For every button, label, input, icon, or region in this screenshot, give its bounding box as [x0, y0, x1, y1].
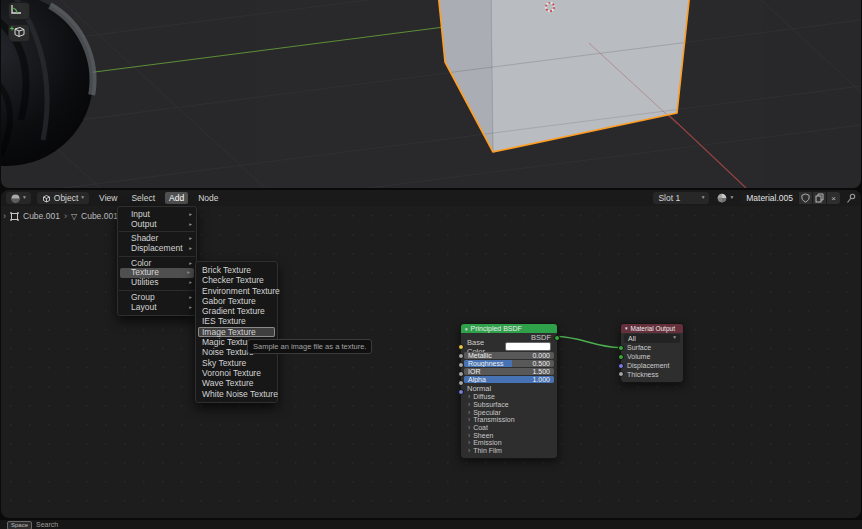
collapse-arrow-icon[interactable]: ▾: [625, 325, 628, 331]
socket-alpha[interactable]: [458, 380, 464, 386]
menu-item-label: Input: [131, 209, 150, 219]
object-icon: [10, 212, 19, 221]
panel-coat[interactable]: ›Coat: [461, 424, 557, 432]
socket-ior[interactable]: [458, 371, 464, 377]
panel-arrow-icon: ›: [468, 393, 470, 400]
normal-label: Normal: [467, 384, 491, 393]
blender-window: ▾ Object ▾ View Select Add Node Slot 1 ▾: [0, 0, 862, 529]
menu-item-white-noise-texture[interactable]: White Noise Texture: [196, 389, 277, 399]
menu-item-gabor-texture[interactable]: Gabor Texture: [196, 296, 277, 306]
node-title: Material Output: [631, 325, 675, 332]
menu-item-wave-texture[interactable]: Wave Texture: [196, 378, 277, 388]
slider-value: 0.000: [532, 352, 550, 359]
alpha-slider[interactable]: Alpha 1.000: [464, 376, 554, 383]
menu-item-output[interactable]: Output▸: [118, 220, 196, 230]
submenu-arrow-icon: ▸: [189, 303, 192, 313]
menu-select[interactable]: Select: [127, 192, 159, 204]
chevron-down-icon: ▾: [81, 195, 84, 201]
menu-item-environment-texture[interactable]: Environment Texture: [196, 286, 277, 296]
slider-value: 1.000: [532, 376, 550, 383]
input-label: Volume: [627, 353, 650, 360]
panel-label: Thin Film: [473, 447, 502, 454]
submenu-arrow-icon: ▸: [189, 244, 192, 254]
viewport-3d[interactable]: [1, 0, 861, 188]
menu-item-gradient-texture[interactable]: Gradient Texture: [196, 306, 277, 316]
add-cube-icon: [9, 25, 25, 38]
menu-separator: [119, 290, 195, 291]
add-menu: Input▸ Output▸ Shader▸ Displacement▸ Col…: [117, 206, 197, 316]
panel-subsurface[interactable]: ›Subsurface: [461, 401, 557, 409]
shader-type-dropdown[interactable]: Object ▾: [37, 192, 89, 204]
menu-item-label: Output: [131, 219, 157, 229]
output-target-dropdown[interactable]: All ▾: [624, 334, 680, 343]
fake-user-button[interactable]: [799, 192, 812, 204]
collapse-arrow-icon[interactable]: ▾: [465, 326, 468, 332]
measure-icon: [9, 3, 23, 16]
sidebar-toggle-arrow-icon[interactable]: ›: [3, 211, 6, 221]
ior-slider[interactable]: IOR 1.500: [464, 368, 554, 375]
panel-label: Subsurface: [473, 401, 508, 408]
menu-add[interactable]: Add: [165, 192, 188, 204]
menu-item-label: Texture: [131, 267, 159, 277]
menu-item-image-texture[interactable]: Image Texture: [198, 327, 275, 337]
menu-view[interactable]: View: [95, 192, 121, 204]
panel-thin-film[interactable]: ›Thin Film: [461, 447, 557, 458]
roughness-slider[interactable]: Roughness 0.500: [464, 360, 554, 367]
menu-node[interactable]: Node: [194, 192, 222, 204]
socket-base-color[interactable]: [458, 344, 464, 350]
cube-object[interactable]: [438, 0, 690, 152]
breadcrumb-object-name: Cube.001: [23, 211, 60, 221]
menu-item-voronoi-texture[interactable]: Voronoi Texture: [196, 368, 277, 378]
shader-editor-icon: [11, 194, 20, 203]
unlink-material-button[interactable]: ×: [827, 192, 840, 204]
menu-separator: [119, 231, 195, 232]
new-material-button[interactable]: [813, 192, 826, 204]
panel-emission[interactable]: ›Emission: [461, 439, 557, 447]
panel-diffuse[interactable]: ›Diffuse: [461, 393, 557, 401]
menu-item-sky-texture[interactable]: Sky Texture: [196, 358, 277, 368]
menu-item-input[interactable]: Input▸: [118, 210, 196, 220]
socket-roughness[interactable]: [458, 362, 464, 368]
add-cube-tool-button[interactable]: [8, 24, 30, 42]
node-material-output[interactable]: ▾ Material Output All ▾ Surface Volume D…: [620, 323, 684, 383]
menu-item-checker-texture[interactable]: Checker Texture: [196, 275, 277, 285]
keycap-space: Space: [7, 521, 32, 529]
node-header[interactable]: ▾ Material Output: [621, 324, 683, 333]
menu-item-label: Color: [131, 258, 151, 268]
panel-label: Transmission: [473, 416, 514, 423]
panel-label: Coat: [473, 424, 488, 431]
base-color-swatch[interactable]: [505, 342, 551, 351]
menu-item-utilities[interactable]: Utilities▸: [118, 278, 196, 288]
panel-transmission[interactable]: ›Transmission: [461, 416, 557, 424]
status-bar: Space Search: [0, 520, 862, 529]
status-hint-label: Search: [36, 521, 58, 529]
metallic-slider[interactable]: Metallic 0.000: [464, 352, 554, 359]
material-browse-dropdown[interactable]: ▾: [715, 192, 735, 204]
submenu-arrow-icon: ▸: [189, 278, 192, 288]
socket-volume[interactable]: [618, 354, 624, 360]
socket-metallic[interactable]: [458, 353, 464, 359]
panel-sheen[interactable]: ›Sheen: [461, 431, 557, 439]
socket-surface[interactable]: [618, 345, 624, 351]
menu-item-layout[interactable]: Layout▸: [118, 303, 196, 313]
measure-tool-button[interactable]: [8, 2, 30, 20]
editor-type-dropdown[interactable]: ▾: [6, 192, 31, 204]
pin-icon[interactable]: [846, 193, 856, 204]
socket-displacement[interactable]: [618, 363, 624, 369]
material-name-field[interactable]: Material.005: [741, 192, 798, 204]
shader-editor-header: ▾ Object ▾ View Select Add Node Slot 1 ▾: [1, 190, 861, 206]
breadcrumb-separator: ›: [64, 211, 67, 221]
menu-item-ies-texture[interactable]: IES Texture: [196, 316, 277, 326]
menu-item-brick-texture[interactable]: Brick Texture: [196, 265, 277, 275]
socket-normal[interactable]: [458, 389, 464, 395]
node-principled-bsdf[interactable]: ▾ Principled BSDF BSDF Base Color Metall…: [460, 323, 558, 459]
submenu-arrow-icon: ▸: [189, 210, 192, 220]
socket-bsdf-output[interactable]: [554, 335, 560, 341]
node-header[interactable]: ▾ Principled BSDF: [461, 324, 557, 333]
menu-item-group[interactable]: Group▸: [118, 293, 196, 303]
material-slot-dropdown[interactable]: Slot 1 ▾: [653, 192, 709, 204]
chevron-down-icon: ▾: [673, 335, 676, 341]
menu-item-displacement[interactable]: Displacement▸: [118, 244, 196, 254]
panel-specular[interactable]: ›Specular: [461, 408, 557, 416]
breadcrumb-data-name: Cube.001: [81, 211, 118, 221]
